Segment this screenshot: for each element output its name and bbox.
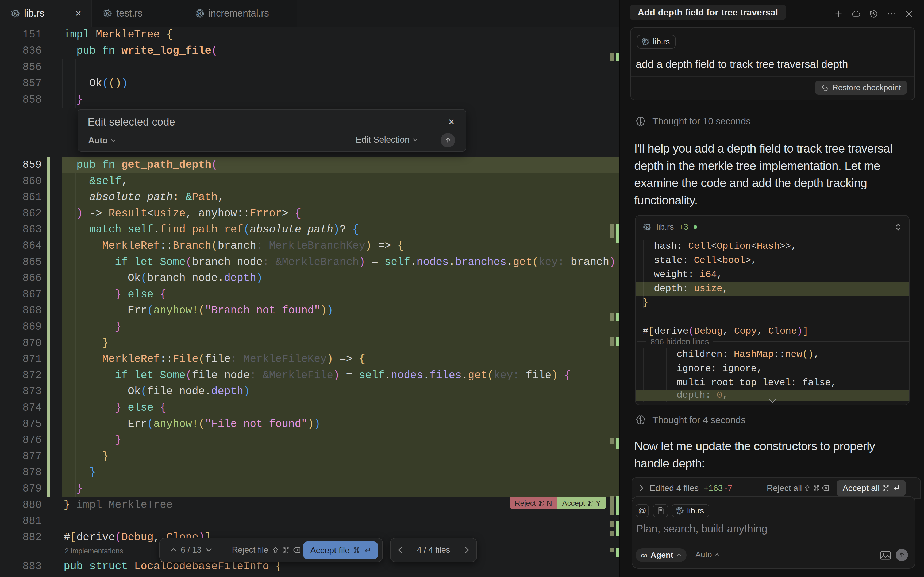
svg-text:R: R <box>646 225 649 229</box>
svg-text:R: R <box>106 11 109 16</box>
svg-text:R: R <box>198 11 202 16</box>
svg-text:R: R <box>14 11 17 16</box>
svg-text:R: R <box>678 509 681 513</box>
svg-text:R: R <box>644 40 647 44</box>
